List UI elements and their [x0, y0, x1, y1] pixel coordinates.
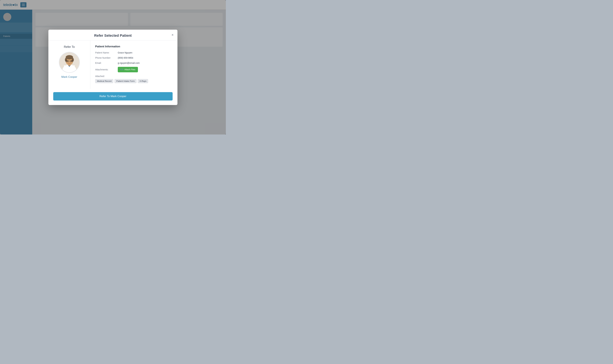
modal-close-button[interactable]: × — [171, 33, 174, 37]
attached-section: Attached: Medical Record Patient Intake … — [95, 75, 173, 83]
patient-info-title: Patient Information — [95, 45, 173, 48]
svg-point-17 — [71, 61, 72, 62]
attached-label: Attached: — [95, 75, 173, 78]
doctor-avatar — [59, 52, 80, 73]
modal-header: Refer Selected Patient × — [48, 30, 178, 40]
attach-files-label: Attach Files — [124, 68, 135, 71]
tag-xrays: X-Rays — [138, 79, 148, 83]
doctor-name: Mark Cooper — [61, 75, 77, 78]
tag-medical-record: Medical Record — [95, 79, 113, 83]
patient-name-value: Grace Nguyen — [118, 51, 132, 54]
attachments-row: Attachments: 📎 Attach Files — [95, 67, 173, 72]
email-row: Email: g.nguyen@email.com — [95, 62, 173, 64]
paperclip-icon: 📎 — [120, 67, 124, 72]
refer-panel: Refer To — [48, 40, 90, 89]
svg-point-16 — [67, 61, 68, 62]
modal-body: Refer To — [48, 40, 178, 89]
tag-patient-intake-form: Patient Intake Form — [114, 79, 136, 83]
phone-row: Phone Number: (859) 659-9854 — [95, 56, 173, 59]
attach-files-button[interactable]: 📎 Attach Files — [118, 67, 138, 72]
modal-overlay: Refer Selected Patient × Refer To — [0, 0, 226, 134]
refer-to-label: Refer To — [64, 45, 75, 49]
phone-label: Phone Number: — [95, 56, 118, 59]
refer-patient-modal: Refer Selected Patient × Refer To — [48, 30, 178, 105]
email-value: g.nguyen@email.com — [118, 62, 140, 64]
refer-to-mark-cooper-button[interactable]: Refer To Mark Cooper — [53, 92, 173, 101]
email-label: Email: — [95, 62, 118, 64]
patient-name-label: Patient Name: — [95, 51, 118, 54]
attachments-label: Attachments: — [95, 68, 118, 71]
tags-row: Medical Record Patient Intake Form X-Ray… — [95, 79, 173, 83]
patient-panel: Patient Information Patient Name: Grace … — [90, 40, 178, 89]
modal-title: Refer Selected Patient — [53, 34, 173, 38]
phone-value: (859) 659-9854 — [118, 56, 133, 59]
patient-name-row: Patient Name: Grace Nguyen — [95, 51, 173, 54]
